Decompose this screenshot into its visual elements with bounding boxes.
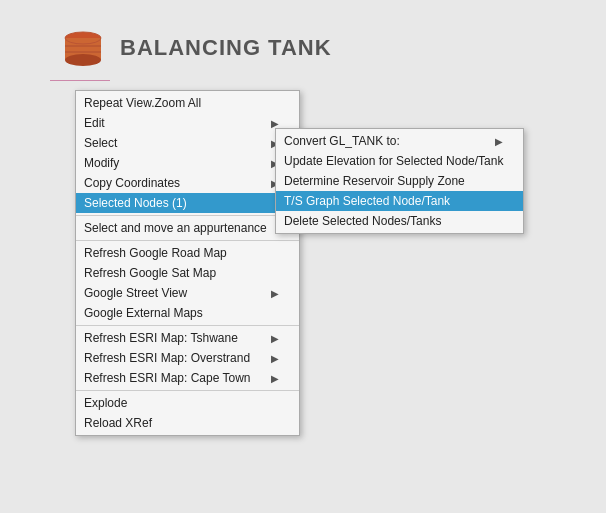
menu-item-refresh-esri-capetown[interactable]: Refresh ESRI Map: Cape Town ▶ xyxy=(76,368,299,388)
submenu-item-update-elevation[interactable]: Update Elevation for Selected Node/Tank xyxy=(276,151,523,171)
submenu-arrow: ▶ xyxy=(271,118,279,129)
page-title: BALANCING TANK xyxy=(120,35,332,61)
menu-item-refresh-esri-overstrand[interactable]: Refresh ESRI Map: Overstrand ▶ xyxy=(76,348,299,368)
menu-separator-1 xyxy=(76,215,299,216)
menu-item-explode[interactable]: Explode xyxy=(76,393,299,413)
menu-item-reload-xref[interactable]: Reload XRef xyxy=(76,413,299,433)
menu-separator-3 xyxy=(76,325,299,326)
submenu-item-ts-graph[interactable]: T/S Graph Selected Node/Tank xyxy=(276,191,523,211)
submenu-arrow: ▶ xyxy=(271,333,279,344)
menu-item-refresh-google-sat[interactable]: Refresh Google Sat Map xyxy=(76,263,299,283)
menu-separator-4 xyxy=(76,390,299,391)
menu-separator-2 xyxy=(76,240,299,241)
menu-item-select[interactable]: Select ▶ xyxy=(76,133,299,153)
submenu-item-determine-reservoir[interactable]: Determine Reservoir Supply Zone xyxy=(276,171,523,191)
submenu-arrow: ▶ xyxy=(271,353,279,364)
menu-item-google-external[interactable]: Google External Maps xyxy=(76,303,299,323)
submenu-arrow: ▶ xyxy=(271,288,279,299)
submenu-item-delete-nodes[interactable]: Delete Selected Nodes/Tanks xyxy=(276,211,523,231)
screen: BALANCING TANK Repeat View.Zoom All Edit… xyxy=(0,0,606,513)
menu-item-edit[interactable]: Edit ▶ xyxy=(76,113,299,133)
menu-item-copy-coords[interactable]: Copy Coordinates ▶ xyxy=(76,173,299,193)
menu-item-refresh-esri-tshwane[interactable]: Refresh ESRI Map: Tshwane ▶ xyxy=(76,328,299,348)
submenu-arrow: ▶ xyxy=(271,373,279,384)
header: BALANCING TANK xyxy=(60,28,332,68)
header-line xyxy=(50,80,110,81)
submenu: Convert GL_TANK to: ▶ Update Elevation f… xyxy=(275,128,524,234)
submenu-arrow: ▶ xyxy=(495,136,503,147)
menu-item-selected-nodes[interactable]: Selected Nodes (1) xyxy=(76,193,299,213)
menu-item-google-street[interactable]: Google Street View ▶ xyxy=(76,283,299,303)
menu-item-refresh-google-road[interactable]: Refresh Google Road Map xyxy=(76,243,299,263)
menu-item-repeat-view[interactable]: Repeat View.Zoom All xyxy=(76,93,299,113)
tank-icon xyxy=(60,28,106,68)
submenu-item-convert-gl-tank[interactable]: Convert GL_TANK to: ▶ xyxy=(276,131,523,151)
svg-point-2 xyxy=(65,54,101,66)
context-menu: Repeat View.Zoom All Edit ▶ Select ▶ Mod… xyxy=(75,90,300,436)
menu-item-modify[interactable]: Modify ▶ xyxy=(76,153,299,173)
menu-item-select-move[interactable]: Select and move an appurtenance xyxy=(76,218,299,238)
